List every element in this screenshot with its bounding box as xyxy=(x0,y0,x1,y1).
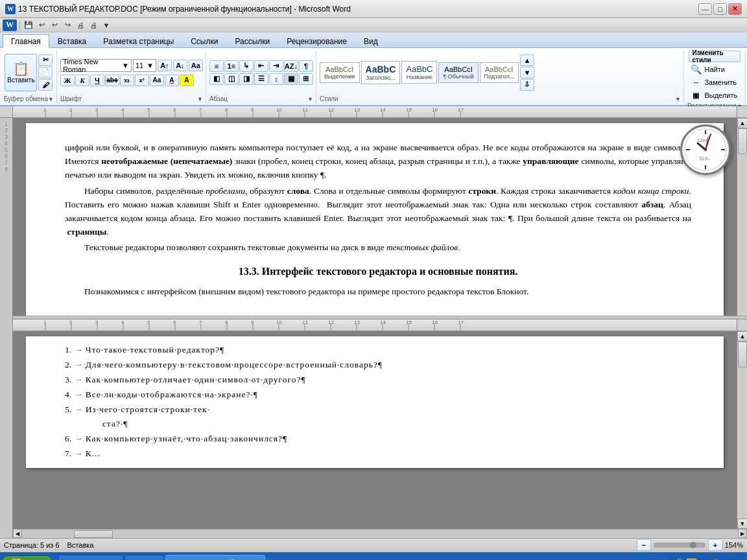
bold-button[interactable]: Ж xyxy=(60,75,75,86)
styles-scroll-up[interactable]: ▲ xyxy=(520,54,534,66)
change-styles-button[interactable]: Изменить стили xyxy=(689,51,741,62)
tab-insert[interactable]: Вставка xyxy=(49,34,95,47)
style-normal[interactable]: AaBbCcI ¶ Обычный xyxy=(438,62,478,83)
tab-view[interactable]: Вид xyxy=(355,34,386,47)
styles-expand[interactable]: ▼ xyxy=(675,96,681,102)
hscroll-left-2[interactable]: ◀ xyxy=(13,529,22,538)
start-button[interactable]: 🪟 пуск xyxy=(1,555,53,560)
doc-main-area: 1 2 3 4 5 6 7 8 xyxy=(13,106,747,538)
style-title[interactable]: AaBbC Название xyxy=(401,61,437,84)
align-justify-button[interactable]: ☰ xyxy=(254,73,268,85)
tab-page-layout[interactable]: Разметка страницы xyxy=(95,34,182,47)
font-shrink-button[interactable]: A↓ xyxy=(173,60,187,71)
systray-icons: 🔊 📶 xyxy=(672,558,697,561)
shading-button[interactable]: ▦ xyxy=(284,73,298,85)
maximize-button[interactable]: □ xyxy=(713,3,727,15)
list-arrow-7: → xyxy=(74,447,83,461)
style-subtitle[interactable]: AaBbCcI Подзагол... xyxy=(480,62,519,83)
style-heading[interactable]: AaBbC Заголово... xyxy=(361,61,401,84)
highlight-button[interactable]: А xyxy=(180,75,194,86)
page1[interactable]: цифрой или буквой, и в оперативную памят… xyxy=(26,123,724,316)
tab-references[interactable]: Ссылки xyxy=(182,34,226,47)
case-button[interactable]: Аа xyxy=(150,75,164,86)
align-left-button[interactable]: ◧ xyxy=(209,73,224,85)
multilevel-button[interactable]: ↳ xyxy=(239,60,254,72)
save-quick-button[interactable]: 💾 xyxy=(23,19,34,31)
tab-mailings[interactable]: Рассылки xyxy=(226,34,278,47)
scroll-track-2[interactable] xyxy=(737,342,747,519)
hscroll-right-2[interactable]: ▶ xyxy=(738,529,747,538)
select-label[interactable]: Выделить xyxy=(704,91,737,99)
superscript-button[interactable]: х² xyxy=(135,75,149,86)
minimize-button[interactable]: — xyxy=(698,3,712,15)
increase-indent-button[interactable]: ⇥ xyxy=(269,60,283,72)
styles-more[interactable]: ⇩ xyxy=(520,79,534,91)
print2-button[interactable]: 🖨 xyxy=(88,19,99,31)
list-arrow-6: → xyxy=(74,432,83,447)
font-grow-button[interactable]: A↑ xyxy=(158,60,172,71)
numbering-button[interactable]: 1≡ xyxy=(224,60,239,72)
hscroll-track-2[interactable] xyxy=(22,530,738,538)
svg-text:9: 9 xyxy=(251,320,254,325)
page2[interactable]: 1. → Что·такое·текстовый·редактор?¶ 2. →… xyxy=(26,336,724,469)
style-subtitle-preview: AaBbCcI xyxy=(484,65,514,73)
underline-button[interactable]: Ч xyxy=(90,75,104,86)
replace-label[interactable]: Заменить xyxy=(704,78,736,86)
pane1-para2: Наборы символов, разделённые пробелами, … xyxy=(65,185,691,239)
zoom-thumb[interactable] xyxy=(690,542,696,548)
style-selection[interactable]: AaBbCcI Выделение xyxy=(320,62,360,83)
tab-home[interactable]: Главная xyxy=(3,34,49,48)
decrease-indent-button[interactable]: ⇤ xyxy=(254,60,268,72)
styles-scroll-down[interactable]: ▼ xyxy=(520,67,534,78)
svg-text:6: 6 xyxy=(173,107,176,113)
undo-arrow[interactable]: ↩ xyxy=(49,19,60,31)
list-arrow-3: → xyxy=(74,373,83,388)
undo-button[interactable]: ↩ xyxy=(36,19,47,31)
borders-button[interactable]: ⊞ xyxy=(299,73,313,85)
svg-text:2: 2 xyxy=(69,320,73,325)
cut-button[interactable]: ✂ xyxy=(38,54,53,66)
font-name-dropdown[interactable]: Times New Roman ▼ xyxy=(60,59,132,72)
format-painter-button[interactable]: 🖌 xyxy=(38,79,53,91)
list-text-2: Для·чего·компьютеру·в·текстовом·процессо… xyxy=(86,358,383,373)
align-right-button[interactable]: ◨ xyxy=(239,73,254,85)
scroll-down-btn-2[interactable]: ▼ xyxy=(737,519,747,529)
subscript-button[interactable]: х₂ xyxy=(120,75,134,86)
scroll-up-btn-2[interactable]: ▲ xyxy=(737,331,747,342)
taskbar-item-rustv[interactable]: ▶ RusTV Player xyxy=(58,555,124,561)
tab-review[interactable]: Рецензирование xyxy=(278,34,355,47)
strikethrough-button[interactable]: abe xyxy=(105,75,119,86)
align-center-button[interactable]: ◫ xyxy=(224,73,239,85)
paragraph-expand[interactable]: ▼ xyxy=(307,96,313,102)
font-color-button[interactable]: А xyxy=(165,75,179,86)
bold-text5: абзац xyxy=(641,200,663,209)
svg-text:9: 9 xyxy=(251,107,254,113)
zoom-in-btn[interactable]: + xyxy=(708,539,722,551)
font-size-dropdown[interactable]: 11 ▼ xyxy=(133,59,156,72)
hscroll-thumb-2[interactable] xyxy=(74,530,113,538)
font-expand[interactable]: ▼ xyxy=(197,96,203,102)
print-button[interactable]: 🖨 xyxy=(75,19,86,31)
zoom-slider[interactable] xyxy=(654,542,706,548)
titlebar-controls[interactable]: — □ ✕ xyxy=(698,3,742,15)
close-button[interactable]: ✕ xyxy=(728,3,742,15)
taskbar-item-5kl[interactable]: 📁 5 кл xyxy=(124,555,164,561)
find-label[interactable]: Найти xyxy=(704,65,724,73)
redo-button[interactable]: ↪ xyxy=(62,19,73,31)
scroll-track-1[interactable] xyxy=(737,128,747,316)
qa-dropdown[interactable]: ▼ xyxy=(101,19,112,31)
clear-format-button[interactable]: Aa xyxy=(189,60,203,71)
clipboard-expand[interactable]: ▼ xyxy=(48,96,54,102)
copy-button[interactable]: 📄 xyxy=(38,67,53,78)
line-spacing-button[interactable]: ↕ xyxy=(269,73,283,85)
scroll-up-btn-1[interactable]: ▲ xyxy=(737,118,747,128)
scroll-thumb-2[interactable] xyxy=(738,342,747,368)
show-hide-button[interactable]: ¶ xyxy=(299,60,313,72)
paste-button[interactable]: 📋 Вставить xyxy=(5,54,37,91)
zoom-out-btn[interactable]: − xyxy=(637,539,651,551)
italic-button[interactable]: К xyxy=(75,75,89,86)
bullets-button[interactable]: ≡ xyxy=(209,60,224,72)
taskbar-item-word[interactable]: W 13 ТЕКСТОВЫЙ РЕД... xyxy=(165,555,265,561)
sort-button[interactable]: AZ↓ xyxy=(284,60,298,72)
scroll-thumb-1[interactable] xyxy=(738,128,747,154)
